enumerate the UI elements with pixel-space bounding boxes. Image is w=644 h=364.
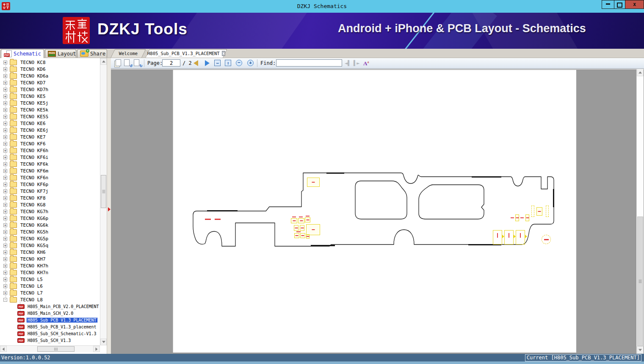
sidebar-item-tecno-ke5s[interactable]: +TECNO KE5S [0, 113, 100, 120]
sidebar-item-tecno-ke5k[interactable]: +TECNO KE5k [0, 106, 100, 113]
pdf-viewer-area[interactable] [111, 69, 644, 354]
expand-toggle-icon[interactable]: + [3, 278, 7, 281]
sidebar-document-h805_main_sch_v2.0[interactable]: PDFH805_Main_SCH_V2.0 [0, 310, 100, 317]
expand-toggle-icon[interactable]: + [3, 122, 7, 125]
tree-horizontal-scrollbar[interactable] [0, 345, 100, 352]
scroll-right-button[interactable] [93, 346, 100, 352]
match-case-icon[interactable]: Aa [363, 60, 369, 67]
scroll-up-button[interactable] [100, 58, 107, 65]
fit-width-icon[interactable]: ↔ [214, 60, 221, 66]
find-input[interactable] [276, 59, 342, 67]
pdf-page[interactable] [173, 70, 576, 353]
expand-toggle-icon[interactable]: + [3, 128, 7, 132]
fit-page-icon[interactable]: ↕ [225, 60, 231, 66]
sidebar-item-tecno-ke5[interactable]: +TECNO KE5 [0, 93, 100, 100]
sidebar-item-tecno-kf6[interactable]: +TECNO KF6 [0, 140, 100, 147]
doc-tab-placement[interactable]: H805_Sub_PCB_V1.3_PLACEMENT x [147, 49, 225, 58]
expand-toggle-icon[interactable]: + [3, 203, 7, 207]
expand-toggle-icon[interactable]: + [3, 264, 7, 268]
tab-layout[interactable]: PADS Layout [45, 49, 76, 58]
rotate-right-icon[interactable]: ↻ [134, 59, 141, 67]
minimize-button[interactable] [602, 0, 614, 9]
zoom-out-icon[interactable]: − [236, 60, 242, 66]
expand-toggle-icon[interactable]: + [3, 67, 7, 71]
sidebar-item-tecno-l7[interactable]: +TECNO L7 [0, 289, 100, 296]
expand-toggle-icon[interactable]: + [3, 108, 7, 112]
sidebar-item-tecno-l8[interactable]: -TECNO L8 [0, 296, 100, 303]
expand-toggle-icon[interactable]: + [3, 284, 7, 288]
scroll-up-button[interactable] [637, 69, 644, 76]
sidebar-item-tecno-kc8[interactable]: +TECNO KC8 [0, 59, 100, 66]
sidebar-item-tecno-kg5q[interactable]: +TECNO KG5q [0, 242, 100, 249]
sidebar-document-h805_main_pcb_v2.0_placement[interactable]: PDFH805_Main_PCB_V2.0_PLACEMENT [0, 303, 100, 310]
tree-vertical-scrollbar[interactable] [100, 58, 107, 345]
tab-schematic[interactable]: PDF Schematic [1, 49, 44, 58]
expand-toggle-icon[interactable]: + [3, 61, 7, 64]
scroll-down-button[interactable] [100, 339, 107, 345]
sidebar-item-tecno-kh7[interactable]: +TECNO KH7 [0, 256, 100, 262]
expand-toggle-icon[interactable]: + [3, 176, 7, 180]
sidebar-item-tecno-ke5j[interactable]: +TECNO KE5j [0, 100, 100, 106]
close-button[interactable]: x [625, 0, 644, 9]
sidebar-item-tecno-kg5h[interactable]: +TECNO KG5h [0, 228, 100, 235]
scroll-left-button[interactable] [0, 346, 7, 352]
panel-splitter[interactable] [107, 58, 111, 354]
expand-toggle-icon[interactable]: + [3, 169, 7, 173]
sidebar-item-tecno-l5[interactable]: +TECNO L5 [0, 276, 100, 283]
sidebar-item-tecno-kh6[interactable]: +TECNO KH6 [0, 249, 100, 256]
sidebar-item-tecno-kf7j[interactable]: +TECNO KF7j [0, 188, 100, 195]
sidebar-item-tecno-kh7n[interactable]: +TECNO KH7n [0, 269, 100, 276]
sidebar-item-tecno-kg5p[interactable]: +TECNO KG5p [0, 235, 100, 242]
sidebar-item-tecno-kf6i[interactable]: +TECNO KF6i [0, 154, 100, 161]
expand-toggle-icon[interactable]: + [3, 257, 7, 261]
sidebar-item-tecno-kg6p[interactable]: +TECNO KG6p [0, 215, 100, 222]
sidebar-item-tecno-ke6j[interactable]: +TECNO KE6j [0, 127, 100, 133]
sidebar-item-tecno-kf6n[interactable]: +TECNO KF6n [0, 174, 100, 181]
sidebar-item-tecno-kf8[interactable]: +TECNO KF8 [0, 195, 100, 201]
sidebar-item-tecno-kf6h[interactable]: +TECNO KF6h [0, 147, 100, 154]
schematic-tree[interactable]: +TECNO KC8+TECNO KD6+TECNO KD6a+TECNO KD… [0, 58, 100, 345]
expand-toggle-icon[interactable]: + [3, 135, 7, 139]
scrollbar-thumb[interactable] [637, 217, 643, 346]
sidebar-document-h805_sub_pcb_v1.3_placement[interactable]: PDFH805_Sub_PCB_V1.3_placement [0, 323, 100, 330]
sidebar-item-tecno-kd7[interactable]: +TECNO KD7 [0, 79, 100, 86]
expand-toggle-icon[interactable]: + [3, 291, 7, 295]
collapse-toggle-icon[interactable]: - [3, 298, 7, 302]
expand-toggle-icon[interactable]: + [3, 271, 7, 275]
expand-toggle-icon[interactable]: + [3, 210, 7, 214]
expand-toggle-icon[interactable]: + [3, 196, 7, 200]
sidebar-item-tecno-kf6k[interactable]: +TECNO KF6k [0, 161, 100, 167]
expand-toggle-icon[interactable]: + [3, 88, 7, 92]
sidebar-item-tecno-kg6k[interactable]: +TECNO KG6k [0, 222, 100, 228]
sidebar-document-h805_sub_sch_v1.3[interactable]: PDFH805_Sub_SCH_V1.3 [0, 337, 100, 344]
expand-toggle-icon[interactable]: + [3, 149, 7, 153]
sidebar-item-tecno-kd6a[interactable]: +TECNO KD6a [0, 72, 100, 79]
doc-tab-welcome[interactable]: Welcome [113, 49, 144, 58]
sidebar-item-tecno-ke6[interactable]: +TECNO KE6 [0, 120, 100, 127]
viewer-vertical-scrollbar[interactable] [636, 69, 644, 354]
sidebar-item-tecno-l6[interactable]: +TECNO L6 [0, 283, 100, 289]
expand-toggle-icon[interactable]: + [3, 142, 7, 146]
maximize-button[interactable] [614, 0, 625, 9]
expand-toggle-icon[interactable]: + [3, 237, 7, 241]
find-next-icon[interactable]: ▌► [354, 60, 359, 66]
expand-toggle-icon[interactable]: + [3, 74, 7, 78]
sidebar-item-tecno-kd6[interactable]: +TECNO KD6 [0, 66, 100, 72]
collapse-arrow-icon[interactable] [108, 207, 111, 211]
pages-icon[interactable] [114, 59, 122, 67]
expand-toggle-icon[interactable]: + [3, 183, 7, 186]
expand-toggle-icon[interactable]: + [3, 94, 7, 98]
sidebar-item-tecno-kf6m[interactable]: +TECNO KF6m [0, 167, 100, 174]
expand-toggle-icon[interactable]: + [3, 217, 7, 220]
expand-toggle-icon[interactable]: + [3, 244, 7, 247]
sidebar-item-tecno-kh7h[interactable]: +TECNO KH7h [0, 262, 100, 269]
tab-share[interactable]: + Share [77, 49, 107, 58]
zoom-in-icon[interactable]: + [247, 60, 254, 66]
previous-page-button[interactable] [193, 60, 198, 66]
expand-toggle-icon[interactable]: + [3, 250, 7, 254]
scrollbar-thumb[interactable] [101, 175, 106, 208]
sidebar-document-h805_sub_pcb_v1.3_placement[interactable]: PDFH805_Sub_PCB_V1.3_PLACEMENT [0, 317, 100, 323]
sidebar-document-h805_sub_sch_schematic-v1.3[interactable]: PDFH805_Sub_SCH_Schematic-V1.3 [0, 330, 100, 337]
close-tab-icon[interactable]: x [222, 51, 225, 56]
sidebar-item-tecno-kg7h[interactable]: +TECNO KG7h [0, 208, 100, 215]
